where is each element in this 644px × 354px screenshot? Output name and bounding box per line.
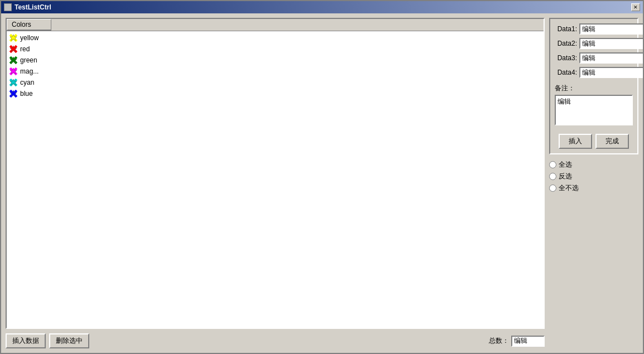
- close-button[interactable]: ✕: [631, 3, 640, 11]
- color-icon: [9, 56, 18, 65]
- insert-data-button[interactable]: 插入数据: [6, 333, 46, 348]
- list-item-label: red: [20, 45, 30, 53]
- invert-label[interactable]: 反选: [559, 172, 572, 181]
- color-icon: [9, 33, 18, 42]
- left-panel: Colors yellow red green: [6, 18, 545, 348]
- data3-label: Data3:: [555, 54, 577, 62]
- remarks-section: 备注：: [555, 84, 633, 127]
- data2-input[interactable]: [579, 38, 643, 49]
- total-section: 总数：: [489, 336, 545, 347]
- list-item[interactable]: blue: [7, 88, 544, 99]
- data4-input[interactable]: [579, 67, 643, 78]
- list-item-label: green: [20, 56, 37, 64]
- select-all-label[interactable]: 全选: [559, 160, 572, 169]
- invert-row: 反选: [549, 172, 638, 181]
- select-all-row: 全选: [549, 160, 638, 169]
- data2-label: Data2:: [555, 40, 577, 47]
- title-bar-left: TestListCtrl: [4, 3, 51, 11]
- list-item-label: blue: [20, 90, 33, 98]
- data1-label: Data1:: [555, 25, 577, 33]
- insert-button[interactable]: 插入: [559, 134, 592, 149]
- data4-label: Data4:: [555, 69, 577, 76]
- invert-radio[interactable]: [549, 173, 556, 180]
- list-item[interactable]: yellow: [7, 32, 544, 43]
- radio-section: 全选 反选 全不选: [549, 158, 638, 195]
- data2-row: Data2:: [555, 38, 633, 49]
- color-icon: [9, 45, 18, 54]
- form-panel: Data1: Data2: Data3: Data4: 备注：: [549, 18, 638, 154]
- remarks-textarea[interactable]: [555, 95, 633, 125]
- data3-row: Data3:: [555, 52, 633, 64]
- list-body[interactable]: yellow red green mag... cyan: [7, 31, 544, 328]
- list-item[interactable]: green: [7, 55, 544, 66]
- color-icon: [9, 67, 18, 76]
- list-item[interactable]: cyan: [7, 77, 544, 88]
- data3-input[interactable]: [579, 52, 643, 64]
- window-icon: [4, 3, 12, 11]
- data4-row: Data4:: [555, 67, 633, 78]
- data1-input[interactable]: [579, 23, 643, 35]
- right-panel: Data1: Data2: Data3: Data4: 备注：: [549, 18, 638, 348]
- deselect-all-label[interactable]: 全不选: [559, 183, 579, 193]
- total-input[interactable]: [511, 336, 545, 347]
- title-controls: ✕: [631, 3, 640, 11]
- done-button[interactable]: 完成: [595, 134, 629, 149]
- list-item-label: yellow: [20, 34, 39, 42]
- delete-selected-button[interactable]: 删除选中: [49, 333, 89, 348]
- list-container: Colors yellow red green: [6, 18, 545, 329]
- window-title: TestListCtrl: [15, 3, 51, 11]
- list-item[interactable]: mag...: [7, 66, 544, 77]
- action-buttons: 插入 完成: [555, 134, 633, 149]
- main-window: TestListCtrl ✕ Colors yellow: [0, 0, 644, 354]
- title-bar: TestListCtrl ✕: [1, 1, 643, 13]
- deselect-all-row: 全不选: [549, 183, 638, 193]
- bottom-bar: 插入数据 删除选中 总数：: [6, 332, 545, 348]
- window-content: Colors yellow red green: [1, 13, 643, 353]
- select-all-radio[interactable]: [549, 161, 556, 168]
- total-label: 总数：: [489, 336, 509, 346]
- list-item-label: mag...: [20, 67, 39, 75]
- list-header: Colors: [7, 19, 544, 31]
- list-item-label: cyan: [20, 79, 34, 86]
- deselect-all-radio[interactable]: [549, 185, 556, 192]
- remarks-label: 备注：: [555, 84, 633, 93]
- colors-column-header: Colors: [7, 19, 51, 31]
- list-item[interactable]: red: [7, 43, 544, 55]
- data1-row: Data1:: [555, 23, 633, 35]
- color-icon: [9, 89, 18, 98]
- color-icon: [9, 78, 18, 87]
